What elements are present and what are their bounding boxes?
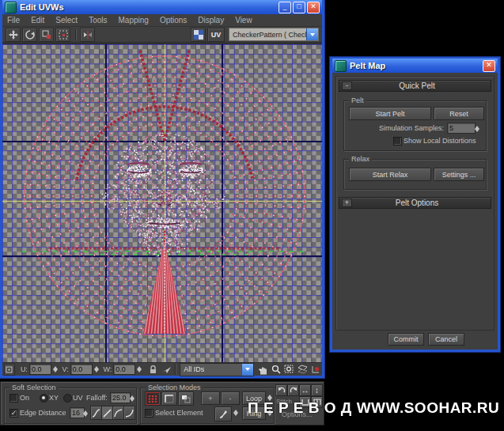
falloff-linear-button[interactable] <box>101 406 113 420</box>
mirror-vertical-button[interactable]: ↕ <box>311 384 323 396</box>
uv-viewport-canvas[interactable] <box>2 43 322 363</box>
rotate-button[interactable] <box>22 28 37 42</box>
rotate-icon <box>25 30 35 40</box>
lock-icon <box>149 365 157 374</box>
settings-button[interactable]: Settings ... <box>434 168 484 181</box>
xy-radio[interactable] <box>40 394 48 403</box>
u-field[interactable]: 0.0 <box>29 364 51 375</box>
move-button[interactable] <box>6 28 21 42</box>
freeform-button[interactable] <box>55 28 70 42</box>
start-pelt-button[interactable]: Start Pelt <box>349 107 431 120</box>
vertex-mode-button[interactable] <box>145 391 161 406</box>
v-field[interactable]: 0.0 <box>70 364 93 375</box>
v-label: V: <box>63 365 69 373</box>
commit-button[interactable]: Commit <box>388 333 424 346</box>
collapse-icon[interactable]: - <box>342 81 352 90</box>
zoom-region-button[interactable] <box>284 365 294 374</box>
menu-item-view[interactable]: View <box>235 16 252 25</box>
select-element-checkbox[interactable] <box>145 409 153 418</box>
pelt-options-rollout[interactable]: + Pelt Options <box>339 197 491 209</box>
paint-spinner[interactable] <box>232 406 239 420</box>
pelt-map-titlebar[interactable]: Pelt Map ✕ <box>332 59 498 73</box>
maximize-button[interactable]: □ <box>293 2 305 13</box>
rotate-cw-button[interactable] <box>287 384 299 396</box>
toolbar-separator <box>75 29 77 40</box>
chevron-down-icon[interactable] <box>241 364 253 376</box>
mirror-button[interactable] <box>80 28 95 42</box>
falloff-smooth-button[interactable] <box>90 406 102 420</box>
pelt-group-label: Pelt <box>349 96 366 104</box>
zoom-region-icon <box>284 365 294 374</box>
xy-label: XY <box>49 394 59 402</box>
scale-button[interactable] <box>39 28 54 42</box>
soft-selection-group: Soft Selection On XY UV Falloff: 25.0 ✓ … <box>4 388 137 424</box>
pelt-group: Pelt Start Pelt Reset Simulation Samples… <box>343 100 487 151</box>
ids-dropdown-value: All IDs <box>180 365 241 373</box>
falloff-label: Falloff: <box>86 394 108 402</box>
falloff-slow-button[interactable] <box>112 406 124 420</box>
quick-pelt-rollout[interactable]: - Quick Pelt <box>339 80 491 92</box>
menu-item-select[interactable]: Select <box>55 16 78 25</box>
show-map-button[interactable] <box>191 28 206 42</box>
edge-mode-icon <box>165 395 174 403</box>
zoom-extents-button[interactable] <box>297 365 308 374</box>
absolute-mode-button[interactable] <box>4 364 15 376</box>
edit-uvws-titlebar[interactable]: Edit UVWs _ □ ✕ <box>2 0 322 14</box>
pelt-close-button[interactable]: ✕ <box>483 60 495 72</box>
toolbar-separator <box>175 364 176 375</box>
ids-dropdown[interactable]: All IDs <box>180 363 254 376</box>
grow-selection-button[interactable]: + <box>201 391 220 405</box>
expand-icon[interactable]: + <box>342 198 352 207</box>
shrink-selection-button[interactable]: - <box>221 391 240 405</box>
close-button[interactable]: ✕ <box>307 2 320 13</box>
slow-curve-icon <box>114 409 123 418</box>
edge-mode-button[interactable] <box>161 391 177 406</box>
face-mode-button[interactable] <box>178 391 194 406</box>
edge-distance-label: Edge Distance <box>20 409 66 417</box>
minimize-button[interactable]: _ <box>279 2 291 13</box>
brush-icon <box>218 410 228 419</box>
menu-item-edit[interactable]: Edit <box>31 16 44 25</box>
cancel-button[interactable]: Cancel <box>428 333 464 346</box>
mirror-horizontal-button[interactable]: ↔ <box>299 384 311 396</box>
menu-item-options[interactable]: Options <box>160 16 187 25</box>
w-field[interactable]: 0.0 <box>113 364 135 375</box>
simulation-samples-field[interactable]: 5 <box>447 123 476 134</box>
w-spinner[interactable] <box>136 362 142 376</box>
scale-icon <box>42 30 51 40</box>
chevron-down-icon[interactable] <box>306 28 318 40</box>
reset-button[interactable]: Reset <box>434 107 484 120</box>
uv-channel-button[interactable]: UV <box>207 28 225 42</box>
lock-selection-button[interactable] <box>149 365 157 374</box>
menu-item-mapping[interactable]: Mapping <box>119 16 149 25</box>
app-icon <box>335 60 347 72</box>
soft-selection-on-checkbox[interactable] <box>9 394 18 403</box>
app-icon <box>5 2 17 13</box>
snap-button[interactable] <box>311 365 320 374</box>
freeform-icon <box>59 30 68 40</box>
menu-item-tools[interactable]: Tools <box>89 16 107 25</box>
edge-distance-spinner[interactable] <box>81 406 89 421</box>
filter-faces-button[interactable] <box>161 365 172 374</box>
start-relax-button[interactable]: Start Relax <box>349 168 431 181</box>
w-label: W: <box>103 365 112 373</box>
simulation-samples-spinner[interactable] <box>473 122 480 136</box>
zoom-button[interactable] <box>271 365 281 374</box>
falloff-spinner[interactable] <box>128 391 135 406</box>
rotate-ccw-button[interactable] <box>275 384 287 396</box>
texture-dropdown[interactable]: CheckerPattern ( Checker ) <box>229 28 319 41</box>
menu-item-file[interactable]: File <box>7 16 20 25</box>
u-spinner[interactable] <box>52 362 59 376</box>
uv-radio[interactable] <box>63 394 72 403</box>
relax-group-label: Relax <box>349 155 372 163</box>
menu-item-display[interactable]: Display <box>198 16 224 25</box>
pan-button[interactable] <box>258 365 268 375</box>
edge-distance-checkbox[interactable]: ✓ <box>9 409 18 418</box>
on-label: On <box>20 394 29 402</box>
quick-pelt-label: Quick Pelt <box>354 81 479 90</box>
window-title: Edit UVWs <box>20 2 277 12</box>
paint-select-button[interactable] <box>214 406 232 422</box>
show-local-distortions-checkbox[interactable] <box>393 137 402 146</box>
v-spinner[interactable] <box>93 362 100 376</box>
falloff-fast-button[interactable] <box>123 406 135 420</box>
